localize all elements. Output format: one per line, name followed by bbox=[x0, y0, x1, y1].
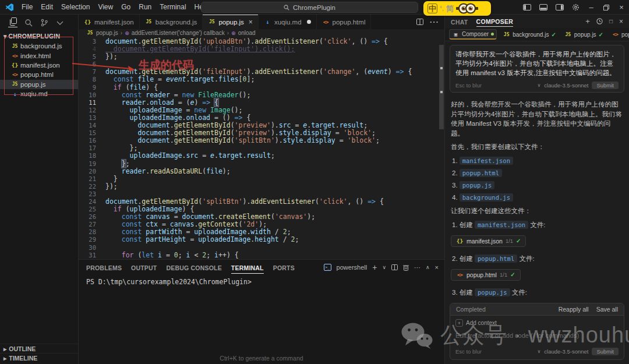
menu-run[interactable]: Run bbox=[135, 3, 156, 11]
composer-pill-composer[interactable]: ▣Composer bbox=[449, 29, 497, 40]
app-logo-icon bbox=[5, 3, 14, 12]
settings-gear-icon[interactable] bbox=[572, 3, 579, 11]
editor-tab-xuqiu.md[interactable]: ↓xuqiu.md bbox=[259, 15, 317, 29]
terminal-dropdown-icon[interactable]: ∨ bbox=[382, 264, 386, 270]
explorer-icon[interactable] bbox=[8, 18, 17, 27]
split-terminal-icon[interactable] bbox=[391, 264, 398, 270]
line-number: 17 bbox=[79, 144, 96, 152]
file-item-xuqiu.md[interactable]: ↓xuqiu.md bbox=[0, 89, 78, 98]
pill-file-name: manifest.json bbox=[467, 238, 503, 245]
reapply-all-button[interactable]: Reapply all bbox=[559, 306, 589, 313]
panel-tab-ports[interactable]: PORTS bbox=[273, 261, 295, 273]
breadcrumb-symbol[interactable]: onload bbox=[238, 30, 256, 36]
close-panel-icon[interactable]: × bbox=[619, 17, 623, 26]
sogou-ime-toolbar[interactable]: 中 °, 简 bbox=[423, 1, 491, 16]
layout-panel-icon[interactable] bbox=[539, 4, 547, 10]
js-file-icon: JS bbox=[11, 44, 19, 49]
editor-tab-background.js[interactable]: JSbackground.js bbox=[140, 15, 203, 29]
html-file-icon: <> bbox=[322, 19, 330, 25]
model-dropdown-icon[interactable]: ∨ bbox=[538, 349, 541, 354]
code-editor[interactable]: 3document.getElementById('uploadBtn').ad… bbox=[79, 37, 444, 259]
search-icon bbox=[284, 5, 289, 10]
composer-pill-popup.js[interactable]: JSpopup.js✓ bbox=[562, 30, 606, 39]
file-item-background.js[interactable]: JSbackground.js bbox=[0, 41, 78, 51]
composer-input-box[interactable]: + Add context Edit, refactor, or add cod… bbox=[450, 316, 624, 359]
panel-tab-problems[interactable]: PROBLEMS bbox=[86, 261, 122, 273]
breadcrumb-file[interactable]: popup.js bbox=[96, 30, 118, 36]
menu-terminal[interactable]: Terminal bbox=[156, 3, 190, 11]
inline-code: popup.html bbox=[460, 169, 502, 177]
more-actions-icon[interactable]: ⋯ bbox=[429, 16, 439, 27]
ime-chinese-mode[interactable]: 中 bbox=[427, 3, 437, 13]
line-number: 26 bbox=[79, 213, 96, 221]
menu-go[interactable]: Go bbox=[117, 3, 135, 11]
panel-maximize-icon[interactable]: ∧ bbox=[426, 264, 430, 270]
submit-button[interactable]: Submit bbox=[592, 82, 619, 89]
breadcrumb[interactable]: JS popup.js › ⊛ addEventListener('change… bbox=[79, 29, 444, 37]
panel-tab-debug-console[interactable]: DEBUG CONSOLE bbox=[166, 261, 221, 273]
model-selector[interactable]: claude-3.5-sonnet bbox=[544, 82, 588, 89]
minimize-button[interactable]: – bbox=[584, 3, 599, 12]
file-item-manifest.json[interactable]: {}manifest.json bbox=[0, 61, 78, 70]
model-dropdown-icon[interactable]: ∨ bbox=[538, 83, 541, 88]
expand-panel-icon[interactable]: □ bbox=[609, 18, 613, 24]
tab-composer[interactable]: COMPOSER bbox=[476, 16, 514, 27]
file-item-popup.js[interactable]: JSpopup.js bbox=[0, 80, 78, 89]
file-item-popup.html[interactable]: <>popup.html bbox=[0, 70, 78, 79]
restore-button[interactable] bbox=[599, 5, 614, 10]
breadcrumb-symbol[interactable]: addEventListener('change') callback bbox=[132, 30, 225, 36]
composer-pill-background.js[interactable]: JSbackground.js✓ bbox=[500, 30, 559, 39]
layout-sidebar-right-icon[interactable] bbox=[556, 4, 564, 10]
terminal-output[interactable]: PS D:\tmp\cursorexample2024\ChromePlugin… bbox=[79, 275, 444, 364]
created-file-pill-popup.html[interactable]: <>popup.html1/1✓ bbox=[451, 269, 521, 281]
json-file-icon: {} bbox=[456, 238, 464, 244]
ime-punctuation-mode[interactable]: °, bbox=[440, 5, 444, 12]
tab-chat[interactable]: CHAT bbox=[451, 16, 468, 27]
timeline-section[interactable]: ▸TIMELINE bbox=[0, 353, 78, 362]
source-control-icon[interactable] bbox=[40, 18, 49, 27]
editor-tab-manifest.json[interactable]: {}manifest.json bbox=[79, 15, 140, 29]
command-center-search[interactable]: ChromePlugin bbox=[201, 2, 418, 13]
line-number: 7 bbox=[79, 68, 96, 76]
ime-simplified-mode[interactable]: 简 bbox=[446, 3, 454, 14]
model-selector[interactable]: claude-3.5-sonnet bbox=[544, 348, 588, 355]
layout-sidebar-left-icon[interactable] bbox=[523, 4, 531, 10]
workspace-root[interactable]: ▾ CHROMEPLUGIN bbox=[0, 30, 78, 41]
scrollbar-thumb[interactable] bbox=[439, 45, 444, 129]
chevron-down-icon[interactable] bbox=[55, 18, 65, 27]
editor-tab-popup.js[interactable]: JSpopup.js× bbox=[203, 15, 259, 29]
panel-tab-output[interactable]: OUTPUT bbox=[131, 261, 157, 273]
menu-edit[interactable]: Edit bbox=[37, 3, 57, 11]
outline-section[interactable]: ▸OUTLINE bbox=[0, 344, 78, 353]
menu-view[interactable]: View bbox=[94, 3, 117, 11]
menu-file[interactable]: File bbox=[17, 3, 37, 11]
shell-name[interactable]: powershell bbox=[337, 264, 367, 271]
save-all-button[interactable]: Save all bbox=[596, 306, 618, 313]
history-icon[interactable] bbox=[596, 18, 603, 24]
check-icon: ✓ bbox=[516, 238, 521, 244]
submit-button[interactable]: Submit bbox=[592, 348, 619, 355]
composer-input-placeholder: Edit, refactor, or add code (/ for comma… bbox=[455, 332, 619, 339]
file-item-index.html[interactable]: <>index.html bbox=[0, 51, 78, 60]
add-context-button[interactable]: + Add context bbox=[455, 319, 619, 327]
panel-tab-terminal[interactable]: TERMINAL bbox=[231, 261, 264, 274]
split-editor-icon[interactable] bbox=[416, 19, 423, 25]
search-sidebar-icon[interactable] bbox=[24, 18, 33, 27]
text-cursor-icon bbox=[218, 99, 220, 106]
user-message-box[interactable]: 请你帮我开发一个谷歌插件，用于将用户上传的图片，平均切分为4张图片，并自动下载到… bbox=[450, 45, 624, 93]
outline-label: OUTLINE bbox=[9, 345, 36, 352]
created-file-pill-manifest.json[interactable]: {}manifest.json1/1✓ bbox=[451, 235, 526, 247]
editor-scrollbar[interactable] bbox=[439, 37, 444, 259]
menu-selection[interactable]: Selection bbox=[57, 3, 94, 11]
editor-tab-popup.html[interactable]: <>popup.html bbox=[317, 15, 372, 29]
panel-more-icon[interactable]: ⋯ bbox=[414, 264, 420, 271]
code-line-5: 5}); bbox=[79, 53, 444, 61]
composer-file-icon: ▣ bbox=[452, 31, 460, 37]
new-composer-icon[interactable]: + bbox=[585, 17, 590, 26]
kill-terminal-icon[interactable] bbox=[403, 264, 409, 271]
panel-close-icon[interactable]: × bbox=[435, 264, 439, 271]
close-window-button[interactable]: × bbox=[614, 3, 629, 12]
close-icon[interactable]: × bbox=[249, 18, 253, 26]
new-terminal-icon[interactable]: + bbox=[372, 263, 377, 272]
composer-pill-popup.html[interactable]: <>popup.html✓ bbox=[609, 30, 629, 39]
